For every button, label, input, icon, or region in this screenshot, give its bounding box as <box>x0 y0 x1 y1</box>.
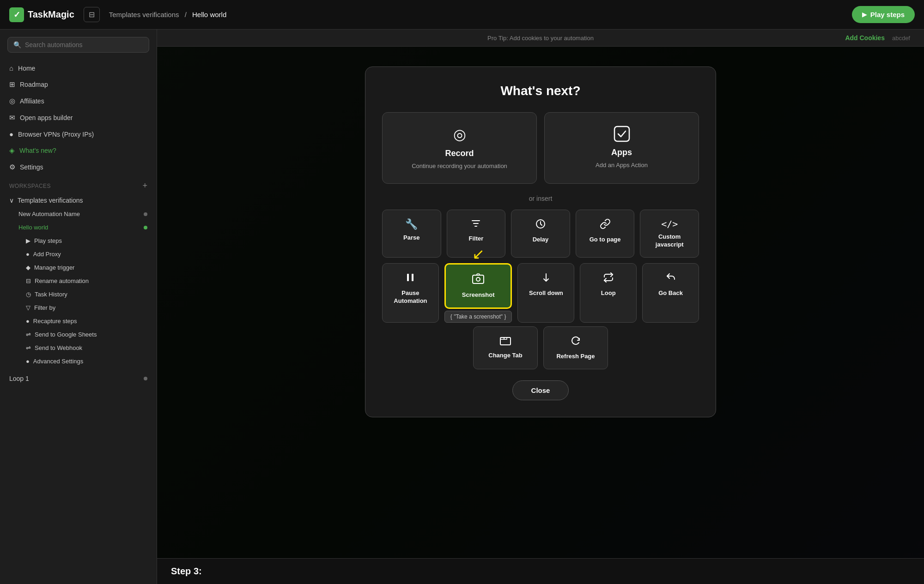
svg-rect-2 <box>407 274 409 281</box>
proxy-icon: ● <box>26 251 30 258</box>
refresh-page-icon <box>548 335 603 349</box>
svg-rect-0 <box>614 126 629 141</box>
filter-card-title: Filter <box>452 235 501 243</box>
sidebar-loop-1[interactable]: Loop 1 <box>0 372 157 385</box>
sidebar-rename-automation[interactable]: ⊟ Rename automation <box>0 274 157 288</box>
sidebar-item-home[interactable]: ⌂ Home <box>0 60 157 76</box>
loop-card-icon <box>585 272 632 286</box>
main-content: Pro Tip: Add cookies to your automation … <box>157 30 924 584</box>
sidebar-advanced-settings[interactable]: ● Advanced Settings <box>0 355 157 368</box>
sidebar-item-roadmap-label: Roadmap <box>20 81 48 88</box>
workspace-templates-verifications[interactable]: ∨ Templates verifications <box>0 193 157 207</box>
filter-icon: ▽ <box>26 304 30 311</box>
logo: ✓ TaskMagic <box>9 7 74 22</box>
whats-next-modal: What's next? ◎ Record Continue recording… <box>365 66 716 417</box>
breadcrumb-parent[interactable]: Templates verifications <box>109 11 179 18</box>
step-bar: Step 3: <box>157 558 924 584</box>
sidebar-item-whats-new[interactable]: ◈ What's new? <box>0 142 157 159</box>
overlay-panel: Pro Tip: Add cookies to your automation … <box>157 30 924 584</box>
change-tab-title: Change Tab <box>478 352 533 360</box>
workspace-hello-world[interactable]: Hello world <box>0 221 157 234</box>
goto-page-icon <box>581 218 630 232</box>
go-back-icon <box>647 272 694 286</box>
affiliates-icon: ◎ <box>9 97 15 105</box>
sidebar-item-vpns[interactable]: ● Browser VPNs (Proxy IPs) <box>0 126 157 142</box>
sheets-icon: ⇌ <box>26 331 31 338</box>
sidebar-item-settings-label: Settings <box>20 163 43 171</box>
delay-icon <box>516 218 565 232</box>
search-icon: 🔍 <box>13 41 21 48</box>
sidebar-play-steps[interactable]: ▶ Play steps <box>0 234 157 247</box>
big-cards-container: ◎ Record Continue recording your automat… <box>382 112 699 184</box>
scroll-down-icon <box>523 272 569 286</box>
apps-desc: Add an Apps Action <box>554 161 689 169</box>
loop-card-title: Loop <box>585 289 632 297</box>
sidebar-task-history[interactable]: ◷ Task History <box>0 288 157 301</box>
sidebar-manage-trigger[interactable]: ◆ Manage trigger <box>0 261 157 274</box>
step-bar-label: Step 3: <box>171 566 202 576</box>
goto-page-card[interactable]: Go to page <box>576 210 635 258</box>
hello-world-label: Hello world <box>18 224 48 231</box>
screenshot-card[interactable]: Screenshot <box>444 263 512 309</box>
go-back-card[interactable]: Go Back <box>642 263 699 323</box>
pause-title: Pause Automation <box>387 289 434 305</box>
logo-text: TaskMagic <box>28 9 74 20</box>
recapture-steps-label: Recapture steps <box>33 318 77 325</box>
task-history-label: Task History <box>35 291 67 298</box>
breadcrumb: Templates verifications / Hello world <box>109 11 843 18</box>
sidebar-item-whats-new-label: What's new? <box>19 147 56 154</box>
sidebar: 🔍 ⌂ Home ⊞ Roadmap ◎ Affiliates ✉ Open a… <box>0 30 157 584</box>
chevron-down-icon: ∨ <box>9 197 14 204</box>
close-button[interactable]: Close <box>512 380 569 400</box>
sidebar-item-vpns-label: Browser VPNs (Proxy IPs) <box>18 131 94 138</box>
delay-card[interactable]: Delay <box>511 210 570 258</box>
advanced-icon: ● <box>26 358 30 365</box>
sidebar-webhook[interactable]: ⇌ Send to Webhook <box>0 341 157 355</box>
sidebar-add-proxy[interactable]: ● Add Proxy <box>0 247 157 261</box>
add-proxy-label: Add Proxy <box>33 251 61 258</box>
workspaces-label: Workspaces <box>9 183 51 189</box>
sidebar-item-settings[interactable]: ⚙ Settings <box>0 159 157 175</box>
add-cookies-bar: Pro Tip: Add cookies to your automation … <box>157 30 924 47</box>
play-steps-button[interactable]: Play steps <box>852 6 915 23</box>
breadcrumb-separator: / <box>185 11 188 18</box>
logo-icon: ✓ <box>9 7 24 22</box>
sidebar-item-affiliates-label: Affiliates <box>20 97 44 105</box>
modal-backdrop: What's next? ◎ Record Continue recording… <box>157 57 924 584</box>
change-tab-card[interactable]: Change Tab <box>473 326 538 369</box>
apps-card[interactable]: Apps Add an Apps Action <box>544 112 699 184</box>
sidebar-google-sheets[interactable]: ⇌ Send to Google Sheets <box>0 328 157 341</box>
scroll-down-card[interactable]: Scroll down <box>517 263 574 323</box>
sidebar-item-open-apps[interactable]: ✉ Open apps builder <box>0 109 157 126</box>
record-icon: ◎ <box>392 126 527 143</box>
cookies-value: abcdef <box>892 35 910 42</box>
record-desc: Continue recording your automation <box>392 162 527 170</box>
sidebar-item-affiliates[interactable]: ◎ Affiliates <box>0 93 157 109</box>
custom-js-title: Custom javascript <box>645 233 694 249</box>
custom-js-card[interactable]: </> Custom javascript <box>640 210 699 258</box>
sidebar-filter-by[interactable]: ▽ Filter by <box>0 301 157 314</box>
record-card[interactable]: ◎ Record Continue recording your automat… <box>382 112 537 184</box>
sidebar-recapture-steps[interactable]: ● Recapture steps <box>0 314 157 328</box>
hello-world-badge <box>144 226 147 229</box>
search-bar[interactable]: 🔍 <box>7 37 149 53</box>
loop-card[interactable]: Loop <box>580 263 637 323</box>
svg-rect-6 <box>500 337 511 345</box>
workspaces-section-header: Workspaces + <box>0 175 157 193</box>
small-cards-row2: Pause Automation ↙ <box>382 263 699 323</box>
parse-card[interactable]: 🔧 Parse <box>382 210 441 258</box>
workspace-templates-label: Templates verifications <box>18 197 83 204</box>
sidebar-toggle-button[interactable]: ⊟ <box>84 7 100 22</box>
search-input[interactable] <box>25 41 143 48</box>
settings-icon: ⚙ <box>9 163 15 171</box>
refresh-page-card[interactable]: Refresh Page <box>543 326 608 369</box>
workspace-new-automation[interactable]: New Automation Name <box>0 207 157 221</box>
goto-page-title: Go to page <box>581 236 630 244</box>
add-workspace-button[interactable]: + <box>142 181 147 191</box>
add-cookies-button[interactable]: Add Cookies <box>845 34 885 42</box>
sidebar-item-roadmap[interactable]: ⊞ Roadmap <box>0 76 157 93</box>
play-icon: ▶ <box>26 237 30 244</box>
whats-new-icon: ◈ <box>9 146 15 155</box>
recapture-icon: ● <box>26 318 30 325</box>
pause-automation-card[interactable]: Pause Automation <box>382 263 439 323</box>
